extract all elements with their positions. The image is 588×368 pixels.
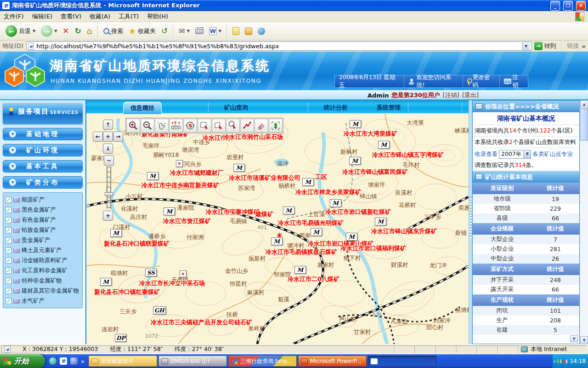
task-button[interactable]: 三维行政查询.bmp... bbox=[228, 356, 297, 367]
layer-checkbox[interactable]: ✓ bbox=[6, 298, 11, 304]
panel-scroll-down-button[interactable]: ▼ bbox=[570, 335, 578, 342]
mine-marker[interactable]: M bbox=[311, 228, 322, 236]
measure-tool-button[interactable]: ? bbox=[169, 119, 183, 132]
mine-marker[interactable]: M bbox=[346, 233, 357, 241]
select-s-tool-button[interactable]: S bbox=[183, 119, 197, 132]
edit-word-button[interactable]: W▼ bbox=[206, 23, 224, 39]
links-label[interactable]: 链接 bbox=[567, 42, 579, 50]
forward-button[interactable]: →▼ bbox=[38, 23, 60, 39]
task-button[interactable]: DMGIS-BAI (J:) bbox=[158, 356, 227, 367]
menu-help[interactable]: 帮助(H) bbox=[147, 12, 168, 21]
layer-checkbox[interactable]: ✓ bbox=[6, 197, 11, 203]
mine-marker[interactable]: SS bbox=[145, 269, 157, 276]
mine-marker[interactable]: M bbox=[233, 164, 245, 172]
minimize-button[interactable]: _ bbox=[550, 1, 560, 11]
layer-checkbox[interactable]: ✓ bbox=[6, 237, 11, 243]
back-dropdown-icon[interactable]: ▼ bbox=[33, 29, 35, 33]
menu-file[interactable]: 文件(F) bbox=[4, 12, 24, 21]
task-button[interactable]: 湖南省矿山地质环... bbox=[368, 356, 436, 367]
change-password-link[interactable]: 更改密码 bbox=[463, 75, 500, 87]
task-button[interactable]: 系统截图图片 bbox=[89, 356, 157, 367]
mine-marker[interactable]: × bbox=[180, 270, 187, 277]
zoom-out-tool-button[interactable] bbox=[141, 119, 154, 132]
tray-icon-1[interactable] bbox=[557, 359, 559, 363]
search-button[interactable]: 搜索 bbox=[101, 23, 126, 39]
sidebar-menu-button[interactable]: ▼ 矿类分布 bbox=[3, 176, 83, 189]
mine-marker[interactable]: M bbox=[375, 218, 386, 225]
go-button[interactable]: →转到 bbox=[534, 42, 556, 50]
full-extent-tool-button[interactable] bbox=[269, 119, 283, 132]
pan-tool-button[interactable] bbox=[155, 119, 169, 132]
mine-marker[interactable]: DP bbox=[115, 334, 126, 342]
forward-dropdown-icon[interactable]: ▼ bbox=[54, 29, 57, 33]
tab-statistics[interactable]: 统计分析 bbox=[324, 104, 348, 112]
tab-mine-query[interactable]: 矿山查询 bbox=[224, 104, 248, 112]
scroll-down-button[interactable]: ▼ bbox=[580, 336, 588, 344]
favorites-button[interactable]: ★收藏夹 bbox=[126, 23, 158, 39]
panel-splitter[interactable] bbox=[469, 100, 472, 344]
layer-checkbox[interactable]: ✓ bbox=[6, 227, 11, 233]
mine-marker[interactable]: ✳ bbox=[276, 231, 283, 239]
mine-marker[interactable]: M bbox=[110, 229, 122, 237]
layer-checkbox[interactable]: ✓ bbox=[6, 217, 11, 223]
start-button[interactable]: 开始 bbox=[0, 354, 45, 368]
zoom-in-tool-button[interactable] bbox=[126, 119, 140, 132]
sidebar-menu-button[interactable]: ▼ 基本工具 bbox=[3, 160, 83, 172]
history-button[interactable]: ↺ bbox=[158, 23, 170, 39]
messenger-button[interactable] bbox=[255, 23, 268, 39]
sidebar-menu-button[interactable]: ▼ 矿山环境 bbox=[3, 144, 83, 156]
map-viewport[interactable]: ↑ ← + → ↓ − + ? S 满竹村毛家坪腊树Y018塘泥 bbox=[86, 114, 469, 344]
layer-item[interactable]: ✓ 有色金属矿产 bbox=[4, 215, 81, 225]
zoom-slider-thumb[interactable] bbox=[105, 192, 113, 196]
pan-left-button[interactable]: ← bbox=[93, 132, 103, 142]
print-button[interactable] bbox=[192, 23, 206, 39]
quick-launch-icon-1[interactable] bbox=[49, 357, 57, 365]
menu-tools[interactable]: 工具(T) bbox=[119, 12, 139, 21]
layer-item[interactable]: ✓ 特种非金属矿物 bbox=[4, 276, 81, 286]
layer-item[interactable]: ✓ 贵金属矿产 bbox=[4, 235, 81, 245]
layer-item[interactable]: ✓ 化工原料非金属矿 bbox=[4, 265, 81, 276]
menu-edit[interactable]: 编辑(E) bbox=[32, 12, 52, 21]
select-rect-tool-button[interactable] bbox=[198, 119, 211, 132]
layer-checkbox[interactable]: ✓ bbox=[6, 207, 11, 213]
word-dropdown-icon[interactable]: ▼ bbox=[219, 29, 221, 33]
quick-launch-chevron-icon[interactable]: » bbox=[81, 358, 85, 365]
mine-marker[interactable]: M bbox=[349, 157, 361, 165]
layer-item[interactable]: ✓ 能源矿产 bbox=[4, 195, 81, 205]
layer-checkbox[interactable]: ✓ bbox=[6, 247, 11, 253]
mine-marker[interactable]: M bbox=[147, 172, 158, 180]
scroll-thumb[interactable] bbox=[580, 109, 588, 141]
stop-button[interactable]: ✕ bbox=[60, 23, 72, 39]
select-dropdown-icon[interactable]: ▼ bbox=[523, 150, 531, 158]
tray-icon-2[interactable] bbox=[560, 359, 561, 363]
mine-marker[interactable]: M bbox=[164, 207, 175, 215]
zoom-slider-track[interactable] bbox=[107, 167, 111, 209]
scroll-up-button[interactable]: ▲ bbox=[580, 100, 588, 108]
mine-marker[interactable]: M bbox=[294, 266, 306, 274]
splitter-handle-icon[interactable] bbox=[470, 197, 472, 238]
draw-line-tool-button[interactable] bbox=[240, 119, 254, 132]
quick-launch-ie-icon[interactable]: e bbox=[60, 357, 67, 365]
layer-item[interactable]: ✓ 水气矿产 bbox=[4, 296, 81, 306]
mail-dropdown-icon[interactable]: ▼ bbox=[187, 29, 190, 33]
mine-marker[interactable]: M bbox=[302, 178, 314, 186]
address-dropdown-icon[interactable]: ▼ bbox=[522, 42, 530, 50]
links-chevron-icon[interactable]: » bbox=[582, 43, 586, 50]
sidebar-menu-button[interactable]: ▼ 基础地理 bbox=[3, 128, 83, 140]
pan-center-button[interactable]: + bbox=[103, 132, 113, 142]
menu-favorites[interactable]: 收藏(A) bbox=[90, 12, 110, 21]
mine-marker[interactable]: M bbox=[378, 141, 390, 149]
tray-shield-icon[interactable] bbox=[563, 359, 564, 363]
exit-text-link[interactable]: [退出] bbox=[462, 91, 479, 99]
year-select[interactable]: 2007年▼ bbox=[499, 150, 531, 159]
mine-marker[interactable]: GH bbox=[153, 306, 166, 314]
mine-marker[interactable]: M bbox=[330, 199, 341, 207]
mail-button[interactable]: ✉▼ bbox=[176, 23, 192, 39]
zoom-minus-button[interactable]: − bbox=[104, 155, 114, 166]
eraser-tool-button[interactable] bbox=[254, 119, 268, 132]
layer-checkbox[interactable]: ✓ bbox=[6, 268, 11, 274]
layer-checkbox[interactable]: ✓ bbox=[6, 258, 11, 264]
notes-button[interactable] bbox=[230, 23, 242, 39]
close-button[interactable]: ✕ bbox=[576, 1, 586, 11]
layer-checkbox[interactable]: ✓ bbox=[6, 278, 11, 284]
